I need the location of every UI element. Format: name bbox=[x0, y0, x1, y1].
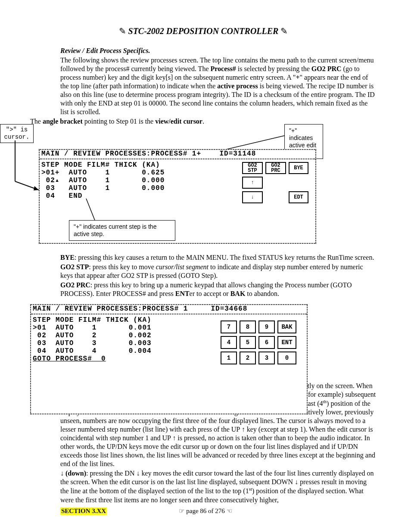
key-8[interactable]: 8 bbox=[240, 320, 256, 333]
softkey-bye[interactable]: BYE bbox=[289, 162, 308, 174]
section-heading: Review / Edit Process Specifics. bbox=[60, 47, 377, 55]
page: ✎ STC-2002 DEPOSITION CONTROLLER ✎ Revie… bbox=[0, 0, 411, 532]
lcd1-row: 04 END bbox=[40, 192, 229, 200]
softkey-empty bbox=[265, 191, 286, 203]
key-4[interactable]: 4 bbox=[221, 336, 237, 349]
key-0[interactable]: 0 bbox=[277, 352, 296, 364]
callout-step-plus: "+" indicates current step is the active… bbox=[69, 220, 175, 241]
desc-go2prc: GO2 PRC: press this key to bring up a nu… bbox=[60, 281, 377, 298]
lcd2-titlebar: MAIN / REVIEW PROCESSES:PROCESS# 1 ID=34… bbox=[31, 305, 307, 313]
softkey-edt[interactable]: EDT bbox=[289, 191, 308, 203]
key-9[interactable]: 9 bbox=[258, 320, 275, 333]
softkey-down[interactable]: ↓ bbox=[242, 191, 263, 203]
intro-para: The following shows the review processes… bbox=[60, 56, 377, 116]
figure-2: MAIN / REVIEW PROCESSES:PROCESS# 1 ID=34… bbox=[60, 304, 377, 377]
lcd-screen-2: MAIN / REVIEW PROCESSES:PROCESS# 1 ID=34… bbox=[30, 304, 308, 414]
key-6[interactable]: 6 bbox=[258, 336, 275, 349]
desc-down: ↓ (down): pressing the DN ↓ key moves th… bbox=[60, 469, 377, 504]
lcd2-row: 02 AUTO 2 0.002 bbox=[31, 332, 216, 339]
lcd1-row: 02▴ AUTO 1 0.000 bbox=[40, 177, 229, 184]
numeric-keypad: 7 8 9 BAK 4 5 6 ENT 1 2 3 0 bbox=[221, 320, 296, 364]
lcd2-goto-line: GOTO PROCESS# 0 bbox=[31, 355, 216, 363]
key-3[interactable]: 3 bbox=[258, 352, 275, 364]
arrow-to-step-plus bbox=[86, 196, 103, 222]
key-1[interactable]: 1 bbox=[221, 352, 237, 364]
key-bak[interactable]: BAK bbox=[277, 320, 296, 333]
key-2[interactable]: 2 bbox=[240, 352, 256, 364]
footer-page: ☞ page 86 of 276 ☜ bbox=[0, 507, 411, 515]
desc-go2stp: GO2 STP: press this key to move cursor/l… bbox=[60, 263, 377, 280]
lcd1-header: STEP MODE FILM# THICK (KA) bbox=[40, 161, 229, 169]
svg-marker-2 bbox=[34, 186, 39, 190]
lcd2-row: 03 AUTO 3 0.003 bbox=[31, 339, 216, 347]
lcd2-row: 04 AUTO 4 0.004 bbox=[31, 347, 216, 355]
softkey-go2-prc[interactable]: GO2 PRC bbox=[265, 162, 286, 174]
softkey-grid: GO2 STP GO2 PRC BYE ↑ ↓ EDT bbox=[242, 162, 308, 203]
lcd1-titlebar: MAIN / REVIEW PROCESSES:PROCESS# 1+ ID=3… bbox=[40, 150, 315, 158]
softkey-up[interactable]: ↑ bbox=[242, 177, 263, 189]
key-5[interactable]: 5 bbox=[240, 336, 256, 349]
softkey-empty bbox=[265, 177, 286, 189]
angle-bracket-para: The angle bracket pointing to Step 01 is… bbox=[30, 117, 377, 126]
lcd2-header: STEP MODE FILM# THICK (KA) bbox=[31, 316, 216, 324]
key-ent[interactable]: ENT bbox=[277, 336, 296, 349]
softkey-go2-stp[interactable]: GO2 STP bbox=[242, 162, 263, 174]
svg-line-6 bbox=[86, 199, 95, 220]
figure-1: ">" iscursor. "+" indicates active edit … bbox=[0, 128, 377, 248]
lcd2-row: >01 AUTO 1 0.001 bbox=[31, 324, 216, 332]
key-7[interactable]: 7 bbox=[221, 320, 237, 333]
softkey-empty bbox=[289, 177, 308, 189]
content: Review / Edit Process Specifics. The fol… bbox=[60, 47, 377, 126]
lcd1-row: 03 AUTO 1 0.000 bbox=[40, 184, 229, 192]
lcd1-row: >01+ AUTO 1 0.625 bbox=[40, 169, 229, 177]
desc-bye: BYE: pressing this key causes a return t… bbox=[60, 253, 377, 262]
key-descriptions: BYE: pressing this key causes a return t… bbox=[60, 253, 377, 298]
doc-title: ✎ STC-2002 DEPOSITION CONTROLLER ✎ bbox=[30, 26, 377, 36]
